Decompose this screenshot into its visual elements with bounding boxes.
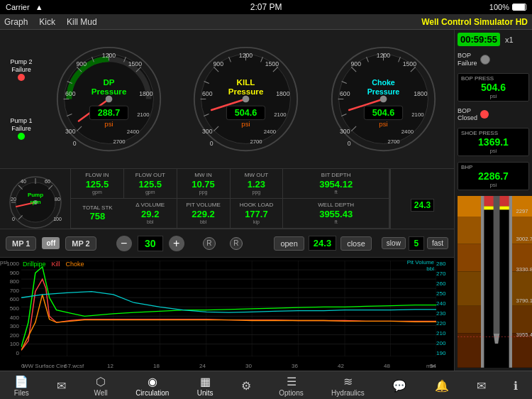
timer-row: 00:59:55 x1: [458, 33, 529, 46]
svg-text:2100: 2100: [275, 111, 287, 118]
choke-open-button[interactable]: open: [274, 236, 304, 251]
envelope1-icon: ✉: [57, 379, 66, 393]
spm-plus-button[interactable]: +: [169, 236, 184, 251]
svg-text:DP: DP: [104, 77, 115, 87]
data-grid: FLOW IN 125.5 gpm FLOW OUT 125.5 gpm MW …: [71, 169, 390, 229]
bop-press-readout: BOP PRESS 504.6 psi: [458, 73, 529, 102]
svg-text:2700: 2700: [250, 138, 262, 145]
bell-icon: 🔔: [435, 379, 449, 393]
svg-text:0: 0: [73, 140, 77, 147]
svg-text:900: 900: [214, 60, 224, 67]
svg-text:2400: 2400: [401, 129, 414, 135]
kill-gauge-container: 300 600 900 1200 1500 1800 2100 2400 270…: [178, 33, 314, 165]
pump2-led: [18, 74, 25, 81]
chart-y-unit-left: psi: [0, 259, 7, 266]
pump2-indicator: Pump 2Failure: [10, 58, 32, 81]
choke-pressure-gauge: 300 600 900 1200 1500 1800 2100 2400 270…: [328, 44, 438, 154]
svg-text:1800: 1800: [277, 90, 291, 97]
right-panel: 00:59:55 x1 BOPFailure BOP PRESS 504.6 p…: [454, 30, 532, 371]
svg-rect-145: [512, 306, 532, 334]
svg-text:Pressure: Pressure: [228, 87, 264, 96]
bop-closed-row: BOPClosed: [458, 107, 529, 123]
svg-text:300: 300: [202, 128, 213, 135]
wifi-icon: ▲: [35, 3, 43, 11]
delta-volume-cell: Δ VOLUME 29.2 bbl: [124, 199, 177, 229]
bop-failure-indicator: [480, 55, 490, 65]
nav-mail[interactable]: ✉: [472, 378, 490, 395]
bottom-nav: 📄 Files ✉ ⬡ Well ◉ Circulation ▦ Units ⚙…: [0, 371, 532, 399]
nav-options[interactable]: ☰ Options: [275, 373, 307, 398]
reset-button-1[interactable]: R: [203, 237, 216, 250]
nav-units[interactable]: ▦ Units: [193, 373, 218, 398]
svg-text:1200: 1200: [377, 52, 391, 59]
svg-text:1500: 1500: [402, 60, 416, 67]
nav-chat[interactable]: 💬: [388, 378, 411, 395]
svg-text:100: 100: [53, 217, 62, 222]
svg-text:Pressure: Pressure: [367, 87, 400, 96]
open-close-area: open 24.3 close: [274, 236, 371, 251]
menu-graph[interactable]: Graph: [4, 17, 28, 27]
svg-point-22: [106, 96, 113, 103]
pump-small-gauge: 0 20 40 60 80 100 Pump rpm: [4, 173, 67, 226]
borehole-visual: 2297 3002.7 3330.8 3790.1 3955.4: [458, 196, 532, 368]
total-stk-cell: TOTAL STK 758: [71, 199, 124, 229]
gear-icon: ⚙: [241, 379, 251, 393]
svg-text:2700: 2700: [113, 138, 126, 145]
mp2-button[interactable]: MP 2: [65, 236, 96, 251]
spm-minus-button[interactable]: −: [116, 236, 132, 251]
nav-files[interactable]: 📄 Files: [10, 373, 33, 398]
svg-text:40: 40: [21, 179, 26, 184]
nav-info[interactable]: ℹ: [509, 378, 522, 395]
svg-text:KILL: KILL: [237, 77, 255, 87]
nav-well[interactable]: ⬡ Well: [90, 373, 112, 398]
svg-text:3955.4: 3955.4: [516, 332, 533, 338]
chart-x-unit: min: [426, 363, 436, 369]
svg-text:1500: 1500: [265, 60, 279, 67]
kill-gauge: 300 600 900 1200 1500 1800 2100 2400 270…: [191, 44, 301, 154]
pump-gauge-area: 0 20 40 60 80 100 Pump rpm: [0, 169, 71, 229]
mp-off-toggle[interactable]: off: [42, 237, 60, 249]
svg-rect-146: [458, 334, 481, 368]
svg-text:1500: 1500: [128, 60, 143, 67]
pit-volume-cell: PIT VOLUME 229.2 bbl: [177, 199, 231, 229]
svg-text:1200: 1200: [239, 52, 253, 59]
svg-text:psi: psi: [104, 120, 113, 128]
choke-close-button[interactable]: close: [340, 236, 372, 251]
mp1-button[interactable]: MP 1: [6, 236, 36, 251]
fast-button[interactable]: fast: [427, 237, 448, 249]
menu-kill-mud[interactable]: Kill Mud: [67, 17, 97, 27]
left-panel: Pump 2Failure Pump 1Failure: [0, 30, 454, 371]
chart-legend: Drillpipe Kill Choke: [23, 261, 84, 268]
bit-depth-cell: BIT DEPTH 3954.12 ft: [283, 169, 389, 199]
dp-gauge-container: 300 600 900 1200 1500 1800 2100 2400 270…: [41, 33, 177, 165]
well-icon: ⬡: [96, 375, 106, 388]
choke-small-area: Choke % open 24.3: [390, 169, 454, 229]
nav-gear[interactable]: ⚙: [237, 378, 255, 395]
hydraulics-icon: ≋: [343, 375, 353, 388]
nav-circulation[interactable]: ◉ Circulation: [131, 373, 173, 398]
units-icon: ▦: [200, 375, 211, 388]
chart-y-axis-left: 1000 900 800 700 600 500 400 300 200 100…: [0, 261, 21, 356]
controls-row: MP 1 off MP 2 − 30 + R R open 24.3 close…: [0, 229, 454, 257]
gauges-row: Pump 2Failure Pump 1Failure: [0, 30, 454, 168]
svg-text:0: 0: [210, 140, 214, 147]
svg-rect-134: [481, 196, 484, 368]
pump1-indicator: Pump 1Failure: [10, 117, 32, 140]
nav-bell[interactable]: 🔔: [431, 378, 453, 395]
svg-text:psi: psi: [242, 120, 250, 128]
choke-percent-display: 24.3: [309, 236, 336, 251]
reset-button-2[interactable]: R: [230, 237, 243, 250]
svg-text:2400: 2400: [127, 129, 139, 135]
hook-load-cell: HOOK LOAD 177.7 kip: [231, 199, 284, 229]
svg-text:0: 0: [12, 217, 15, 222]
nav-envelope-1[interactable]: ✉: [52, 378, 70, 395]
mw-in-cell: MW IN 10.75 ppg: [177, 169, 231, 199]
svg-text:2297: 2297: [516, 209, 528, 214]
battery-icon: [512, 4, 526, 11]
slow-button[interactable]: slow: [382, 237, 406, 249]
nav-hydraulics[interactable]: ≋ Hydraulics: [327, 373, 369, 398]
menu-kick[interactable]: Kick: [39, 17, 55, 27]
circulation-icon: ◉: [148, 375, 157, 388]
svg-text:rpm: rpm: [30, 199, 40, 205]
options-icon: ☰: [287, 375, 297, 388]
